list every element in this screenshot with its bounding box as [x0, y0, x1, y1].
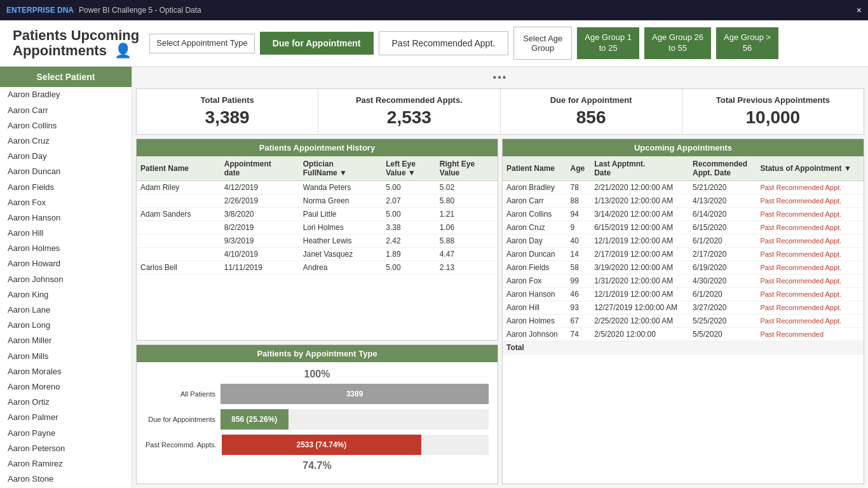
- age-group-2-button[interactable]: Age Group 26to 55: [644, 27, 711, 59]
- title-bar-left: ENTERPRISE DNA Power BI Challenge 5 - Op…: [6, 6, 201, 15]
- cell-status: Past Recommended Appt.: [756, 301, 864, 315]
- sidebar-item[interactable]: Aaron Cruz: [0, 133, 132, 149]
- cell-status: [756, 341, 864, 355]
- upcoming-table-container[interactable]: Patient Name Age Last Apptmnt.Date Recom…: [503, 156, 864, 484]
- cell-patient-name: Total: [503, 341, 567, 355]
- cell-last-appt: 12/27/2019 12:00:00 AM: [590, 301, 689, 315]
- status-badge: Past Recommended Appt.: [760, 250, 841, 258]
- chart-bar-outer: 856 (25.26%): [220, 409, 489, 430]
- cell-patient-name: Aaron Day: [503, 234, 567, 248]
- sidebar-item[interactable]: Aaron Holmes: [0, 241, 132, 256]
- cell-status: Past Recommended: [756, 328, 864, 341]
- sidebar-item[interactable]: Aaron Miller: [0, 333, 132, 348]
- cell-patient-name: Aaron Holmes: [503, 315, 567, 328]
- sidebar-item[interactable]: Aaron Johnson: [0, 272, 132, 287]
- cell-right: 1.06: [436, 221, 498, 234]
- table-row: Aaron Fox 99 1/31/2020 12:00:00 AM 4/30/…: [503, 274, 864, 288]
- cell-rec-date: 6/15/2020: [689, 221, 756, 234]
- close-icon[interactable]: ×: [857, 5, 862, 15]
- sidebar-item[interactable]: Aaron Lane: [0, 302, 132, 318]
- sidebar-item[interactable]: Aaron Palmer: [0, 410, 132, 425]
- sidebar-item[interactable]: Aaron Long: [0, 318, 132, 333]
- due-appointment-label: Due for Appointment: [511, 95, 672, 105]
- age-group-1-button[interactable]: Age Group 1to 25: [577, 27, 639, 59]
- cell-patient-name: Aaron Bradley: [503, 181, 567, 194]
- cell-rec-date: [689, 341, 756, 355]
- tables-row: Patients Appointment History Patient Nam…: [136, 139, 864, 484]
- sidebar-item[interactable]: Aaron Day: [0, 149, 132, 164]
- col-optician: OpticianFullName ▼: [299, 156, 382, 181]
- age-group-3-button[interactable]: Age Group >56: [716, 27, 778, 59]
- table-row: Aaron Collins 94 3/14/2020 12:00:00 AM 6…: [503, 208, 864, 221]
- title-bar: ENTERPRISE DNA Power BI Challenge 5 - Op…: [0, 0, 868, 20]
- select-age-group-button[interactable]: Select AgeGroup: [513, 27, 572, 60]
- cell-last-appt: 6/15/2019 12:00:00 AM: [590, 221, 689, 234]
- cell-rec-date: 6/19/2020: [689, 261, 756, 274]
- chart-bar-row: Due for Appointments 856 (25.26%): [146, 409, 489, 430]
- cell-rec-date: 3/27/2020: [689, 301, 756, 315]
- sidebar-item[interactable]: Aaron Duncan: [0, 164, 132, 179]
- sidebar-item[interactable]: Aaron Peterson: [0, 441, 132, 456]
- col-left-eye: Left EyeValue ▼: [382, 156, 436, 181]
- total-patients-value: 3,389: [147, 107, 308, 128]
- app-name-label: ENTERPRISE DNA: [6, 6, 74, 15]
- sidebar-item[interactable]: Aaron King: [0, 287, 132, 302]
- sidebar-item[interactable]: Aaron Hanson: [0, 210, 132, 226]
- history-table-container[interactable]: Patient Name Appointmentdate OpticianFul…: [137, 156, 498, 340]
- table-row: 4/10/2019 Janet Vasquez 1.89 4.47: [137, 248, 498, 261]
- total-patients-label: Total Patients: [147, 95, 308, 105]
- sidebar-list[interactable]: Aaron BradleyAaron CarrAaron CollinsAaro…: [0, 87, 132, 488]
- sidebar-header: Select Patient: [0, 67, 132, 87]
- table-row: Aaron Carr 88 1/13/2020 12:00:00 AM 4/13…: [503, 194, 864, 208]
- cell-last-appt: 1/13/2020 12:00:00 AM: [590, 194, 689, 208]
- status-badge: Past Recommended Appt.: [760, 290, 841, 298]
- cell-rec-date: 2/17/2020: [689, 248, 756, 261]
- sidebar-item[interactable]: Aaron Fields: [0, 180, 132, 195]
- sidebar-item[interactable]: Aaron Mills: [0, 349, 132, 364]
- sidebar-item[interactable]: Aaron Hill: [0, 226, 132, 241]
- cell-rec-date: 5/21/2020: [689, 181, 756, 194]
- sidebar-item[interactable]: Aaron Howard: [0, 256, 132, 271]
- cell-patient-name: Aaron Fox: [503, 274, 567, 288]
- doc-title-label: Power BI Challenge 5 - Optical Data: [79, 6, 201, 15]
- past-recommended-button[interactable]: Past Recommended Appt.: [379, 31, 509, 55]
- table-row: Total: [503, 341, 864, 355]
- sidebar-item[interactable]: Aaron Stone: [0, 471, 132, 487]
- cell-date: 11/11/2019: [220, 261, 299, 274]
- table-row: Aaron Fields 58 3/19/2020 12:00:00 AM 6/…: [503, 261, 864, 274]
- sidebar-item[interactable]: Aaron Bradley: [0, 87, 132, 102]
- cell-right: 5.02: [436, 181, 498, 194]
- cell-date: 3/8/2020: [220, 208, 299, 221]
- dots-menu[interactable]: •••: [136, 71, 864, 85]
- select-appt-type[interactable]: Select Appointment Type: [149, 34, 255, 53]
- sidebar-item[interactable]: Aaron Payne: [0, 426, 132, 441]
- due-for-appointment-button[interactable]: Due for Appointment: [260, 32, 374, 55]
- sidebar-item[interactable]: Aaron Moreno: [0, 379, 132, 395]
- cell-rec-date: 5/25/2020: [689, 315, 756, 328]
- body: Select Patient Aaron BradleyAaron CarrAa…: [0, 67, 868, 488]
- cell-status: Past Recommended Appt.: [756, 248, 864, 261]
- table-row: Aaron Cruz 9 6/15/2019 12:00:00 AM 6/15/…: [503, 221, 864, 234]
- sidebar-item[interactable]: Aaron Carr: [0, 103, 132, 118]
- cell-patient-name: Aaron Hill: [503, 301, 567, 315]
- sidebar-item[interactable]: Aaron Collins: [0, 118, 132, 133]
- sidebar-item[interactable]: Aaron Ramirez: [0, 456, 132, 471]
- cell-name: [137, 221, 220, 234]
- cell-name: [137, 194, 220, 208]
- chart-bar-inner: 2533 (74.74%): [222, 435, 421, 455]
- sidebar-item[interactable]: Aaron Morales: [0, 364, 132, 379]
- upcoming-header: Upcoming Appointments: [503, 139, 864, 156]
- sidebar-item[interactable]: Aaron Ortiz: [0, 395, 132, 410]
- content: ••• Total Patients 3,389 Past Recommende…: [132, 67, 868, 488]
- cell-left: 3.38: [382, 221, 436, 234]
- cell-left: 2.42: [382, 234, 436, 248]
- status-badge: Past Recommended Appt.: [760, 317, 841, 325]
- cell-last-appt: 12/1/2019 12:00:00 AM: [590, 288, 689, 301]
- table-row: Aaron Hanson 46 12/1/2019 12:00:00 AM 6/…: [503, 288, 864, 301]
- person-icon: 👤: [114, 43, 132, 58]
- table-row: Aaron Day 40 12/1/2019 12:00:00 AM 6/1/2…: [503, 234, 864, 248]
- cell-age: 46: [567, 288, 591, 301]
- sidebar-item[interactable]: Aaron Fox: [0, 195, 132, 210]
- cell-status: Past Recommended Appt.: [756, 194, 864, 208]
- chart-bar-label: Due for Appointments: [146, 416, 215, 423]
